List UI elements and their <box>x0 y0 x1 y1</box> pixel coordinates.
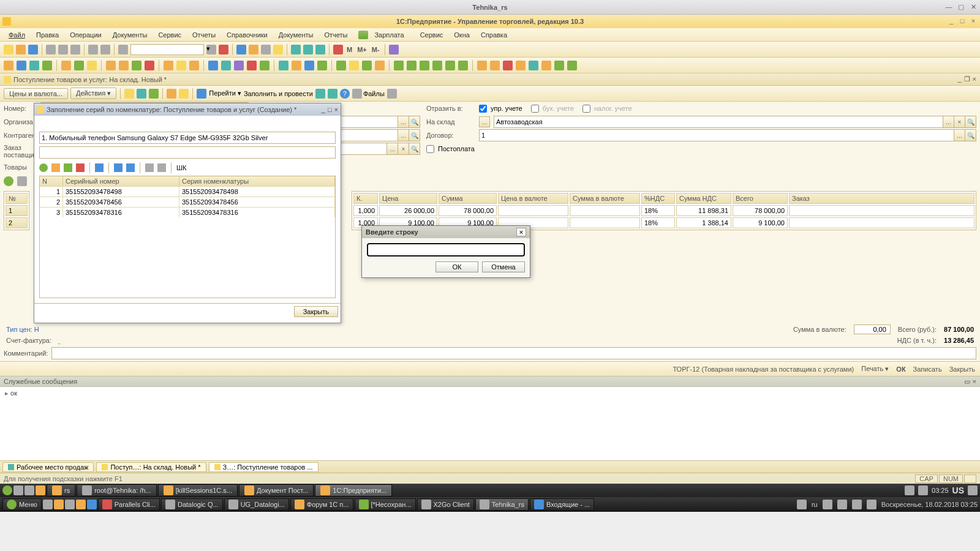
refresh-icon[interactable] <box>149 89 159 99</box>
menu-windows[interactable]: Окна <box>449 30 475 40</box>
close-icon[interactable]: × <box>973 75 976 83</box>
tab-workplace[interactable]: Рабочее место продаж <box>2 462 94 472</box>
tb-icon[interactable] <box>292 61 301 70</box>
print-button[interactable]: Печать ▾ <box>861 365 889 373</box>
select-icon[interactable]: ... <box>398 130 409 141</box>
clear-icon[interactable]: × <box>398 143 409 154</box>
add-icon[interactable] <box>39 163 48 172</box>
tb-icon[interactable] <box>87 61 97 70</box>
task-item[interactable]: Parallels Cli... <box>98 498 160 511</box>
col-n[interactable]: N <box>40 176 63 186</box>
volume-icon[interactable] <box>968 485 978 495</box>
go-button[interactable]: Перейти ▾ <box>209 89 241 97</box>
task-item[interactable]: [*Несохран... <box>355 498 416 511</box>
terminal-icon[interactable] <box>65 500 75 509</box>
minimize-icon[interactable]: _ <box>947 17 956 26</box>
maximize-icon[interactable]: □ <box>328 106 332 113</box>
menu-file[interactable]: Файл <box>4 30 30 40</box>
redo-icon[interactable] <box>100 45 110 54</box>
ok-button[interactable]: ОК <box>435 261 478 272</box>
tb-icon[interactable] <box>458 61 468 70</box>
app-icon[interactable] <box>87 500 97 509</box>
tb-icon[interactable] <box>490 61 500 70</box>
table-row[interactable]: 1,00026 000,0078 000,0018%11 898,3178 00… <box>353 205 974 216</box>
kbd-layout[interactable]: ru <box>812 501 818 508</box>
find-again-icon[interactable] <box>387 89 397 99</box>
layout2-icon[interactable] <box>303 45 313 54</box>
tb-icon[interactable] <box>208 61 218 70</box>
copy-icon[interactable] <box>58 45 68 54</box>
mem-mplus[interactable]: M+ <box>356 46 368 53</box>
copy-icon[interactable] <box>51 163 60 172</box>
layout1-icon[interactable] <box>291 45 301 54</box>
app-icon[interactable] <box>36 485 45 495</box>
input-string-field[interactable] <box>367 243 525 257</box>
tb-icon[interactable] <box>260 61 270 70</box>
filter-field[interactable] <box>39 146 336 159</box>
tb-icon[interactable] <box>567 61 577 70</box>
tb-icon[interactable] <box>328 89 337 99</box>
close-icon[interactable]: ✕ <box>969 3 978 12</box>
task-item[interactable]: Форум 1С п... <box>290 498 353 511</box>
maximize-icon[interactable]: ▢ <box>957 3 965 12</box>
close-icon[interactable]: × <box>334 106 338 113</box>
document-tab-title[interactable]: Поступление товаров и услуг: На склад. Н… <box>13 76 167 83</box>
tray-icon[interactable] <box>797 500 807 509</box>
save-icon[interactable] <box>28 45 38 54</box>
start-icon[interactable] <box>2 485 12 495</box>
open-icon[interactable]: 🔍 <box>965 116 976 127</box>
network-icon[interactable] <box>823 500 832 509</box>
tb-icon[interactable] <box>516 61 526 70</box>
mem-mminus[interactable]: M- <box>371 46 381 53</box>
elipsis-icon[interactable]: ... <box>479 116 490 127</box>
tb-icon[interactable] <box>477 61 487 70</box>
menu-reports[interactable]: Отчеты <box>187 30 221 40</box>
tb-icon[interactable] <box>137 89 146 99</box>
menu-documents2[interactable]: Документы <box>274 30 318 40</box>
tb-icon[interactable] <box>554 61 564 70</box>
files-button[interactable]: Файлы <box>352 89 385 99</box>
nalog-checkbox[interactable] <box>582 105 590 113</box>
tb-icon[interactable] <box>119 61 129 70</box>
fill-post-button[interactable]: Заполнить и провести <box>244 90 313 97</box>
dogovor-field[interactable] <box>480 130 954 141</box>
start-menu[interactable]: Меню <box>2 498 42 511</box>
bluetooth-icon[interactable] <box>867 500 876 509</box>
delete-icon[interactable] <box>76 163 85 172</box>
pin-icon[interactable]: ▭ <box>964 378 970 386</box>
tb-icon[interactable] <box>42 61 52 70</box>
more-icon[interactable] <box>17 176 27 186</box>
tb-icon[interactable] <box>304 61 314 70</box>
upr-checkbox[interactable] <box>479 105 487 113</box>
tab-serials[interactable]: З…: Поступление товаров ... <box>209 462 318 472</box>
taskbar-item[interactable]: [killSessions1C.s... <box>158 484 238 497</box>
clock-date[interactable]: Воскресенье, 18.02.2018 03:25 <box>881 501 978 508</box>
select-icon[interactable]: ... <box>398 116 409 127</box>
open-icon[interactable]: 🔍 <box>965 130 976 141</box>
tab-postup[interactable]: Поступ…: На склад. Новый * <box>96 462 206 472</box>
calc-icon[interactable] <box>236 45 246 54</box>
close-icon[interactable]: × <box>516 228 526 236</box>
task-item[interactable]: UG_Datalogi... <box>224 498 289 511</box>
tb-icon[interactable] <box>362 61 372 70</box>
task-item[interactable]: X2Go Client <box>417 498 474 511</box>
open-icon[interactable] <box>16 45 26 54</box>
minimize-icon[interactable]: _ <box>322 106 325 113</box>
select-icon[interactable]: ... <box>954 130 965 141</box>
dialog-titlebar[interactable]: Введите строку × <box>362 226 530 238</box>
menu-service2[interactable]: Сервис <box>415 30 448 40</box>
tray-icon[interactable] <box>905 485 914 495</box>
tb-icon[interactable] <box>432 61 442 70</box>
volume-icon[interactable] <box>837 500 847 509</box>
select-icon[interactable]: ... <box>943 116 954 127</box>
tb-icon[interactable] <box>167 89 176 99</box>
chart-icon[interactable] <box>315 45 325 54</box>
tb-icon[interactable] <box>145 61 154 70</box>
cancel-button[interactable]: Отмена <box>482 261 525 272</box>
tb-icon[interactable] <box>74 61 84 70</box>
close-button[interactable]: Закрыть <box>294 306 338 317</box>
mem-m[interactable]: M <box>345 46 353 53</box>
schet-link[interactable] <box>59 337 890 344</box>
brush-icon[interactable] <box>389 45 399 54</box>
tb-icon[interactable] <box>375 61 385 70</box>
